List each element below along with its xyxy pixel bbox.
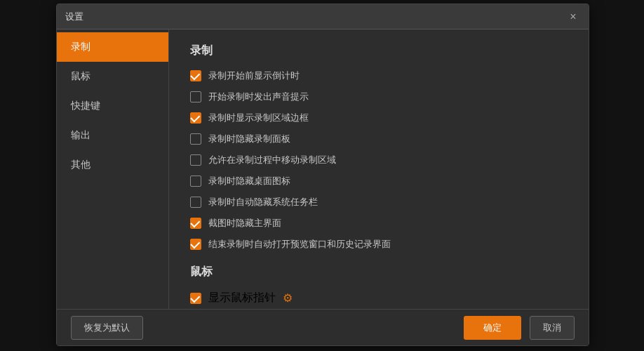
content-area: 录制 录制开始前显示倒计时 开始录制时发出声音提示 录制时显示录制区域边框 录制… bbox=[169, 29, 589, 309]
sidebar-item-mouse[interactable]: 鼠标 bbox=[57, 62, 168, 91]
sidebar-item-shortcut-label: 快捷键 bbox=[71, 100, 100, 112]
option-showcursor: 显示鼠标指针 ⚙ bbox=[190, 291, 568, 305]
label-sound[interactable]: 开始录制时发出声音提示 bbox=[208, 91, 309, 103]
sidebar-item-other-label: 其他 bbox=[71, 159, 90, 171]
checkbox-moveable[interactable] bbox=[190, 154, 201, 166]
dialog-title: 设置 bbox=[65, 11, 83, 23]
label-showcursor[interactable]: 显示鼠标指针 bbox=[208, 291, 276, 305]
checkbox-showborder[interactable] bbox=[190, 112, 201, 124]
sidebar-item-output[interactable]: 输出 bbox=[57, 121, 168, 150]
ok-button[interactable]: 确定 bbox=[464, 316, 521, 340]
label-autoopen[interactable]: 结束录制时自动打开预览窗口和历史记录界面 bbox=[208, 238, 391, 251]
checkbox-hidedesktop[interactable] bbox=[190, 176, 201, 187]
option-hidetaskbar: 录制时自动隐藏系统任务栏 bbox=[190, 196, 568, 208]
gear-icon[interactable]: ⚙ bbox=[283, 291, 293, 305]
sidebar-item-other[interactable]: 其他 bbox=[57, 150, 168, 180]
footer-right: 确定 取消 bbox=[464, 316, 575, 340]
sidebar: 录制 鼠标 快捷键 输出 其他 bbox=[57, 29, 169, 309]
close-button[interactable]: × bbox=[566, 10, 580, 24]
label-showborder[interactable]: 录制时显示录制区域边框 bbox=[208, 112, 309, 124]
dialog-footer: 恢复为默认 确定 取消 bbox=[57, 309, 589, 345]
label-moveable[interactable]: 允许在录制过程中移动录制区域 bbox=[208, 154, 336, 166]
checkbox-countdown[interactable] bbox=[190, 70, 201, 81]
label-countdown[interactable]: 录制开始前显示倒计时 bbox=[208, 69, 300, 82]
label-hidepanel[interactable]: 录制时隐藏录制面板 bbox=[208, 133, 290, 145]
checkbox-hideui[interactable] bbox=[190, 218, 201, 229]
sidebar-item-record[interactable]: 录制 bbox=[57, 32, 168, 62]
settings-dialog: 设置 × 录制 鼠标 快捷键 输出 其他 录制 bbox=[56, 4, 589, 346]
checkbox-sound[interactable] bbox=[190, 91, 201, 102]
dialog-titlebar: 设置 × bbox=[57, 4, 589, 29]
sidebar-item-output-label: 输出 bbox=[71, 129, 90, 142]
checkbox-showcursor[interactable] bbox=[190, 293, 201, 304]
checkbox-hidetaskbar[interactable] bbox=[190, 197, 201, 208]
option-autoopen: 结束录制时自动打开预览窗口和历史记录界面 bbox=[190, 238, 568, 251]
option-hidedesktop: 录制时隐藏桌面图标 bbox=[190, 175, 568, 187]
dialog-body: 录制 鼠标 快捷键 输出 其他 录制 录制开始前显示倒计时 bbox=[57, 29, 589, 309]
option-countdown: 录制开始前显示倒计时 bbox=[190, 69, 568, 82]
label-hidedesktop[interactable]: 录制时隐藏桌面图标 bbox=[208, 175, 290, 187]
label-hideui[interactable]: 截图时隐藏主界面 bbox=[208, 217, 281, 230]
sidebar-item-shortcut[interactable]: 快捷键 bbox=[57, 91, 168, 121]
reset-button[interactable]: 恢复为默认 bbox=[71, 316, 143, 340]
sidebar-item-mouse-label: 鼠标 bbox=[71, 70, 90, 83]
checkbox-autoopen[interactable] bbox=[190, 239, 201, 250]
sidebar-item-record-label: 录制 bbox=[71, 41, 90, 53]
label-hidetaskbar[interactable]: 录制时自动隐藏系统任务栏 bbox=[208, 196, 318, 208]
option-showborder: 录制时显示录制区域边框 bbox=[190, 112, 568, 124]
mouse-section-title: 鼠标 bbox=[190, 265, 568, 279]
cancel-button[interactable]: 取消 bbox=[530, 316, 575, 340]
option-sound: 开始录制时发出声音提示 bbox=[190, 91, 568, 103]
option-hideui: 截图时隐藏主界面 bbox=[190, 217, 568, 230]
checkbox-hidepanel[interactable] bbox=[190, 133, 201, 145]
option-hidepanel: 录制时隐藏录制面板 bbox=[190, 133, 568, 145]
record-section-title: 录制 bbox=[190, 44, 568, 58]
option-moveable: 允许在录制过程中移动录制区域 bbox=[190, 154, 568, 166]
